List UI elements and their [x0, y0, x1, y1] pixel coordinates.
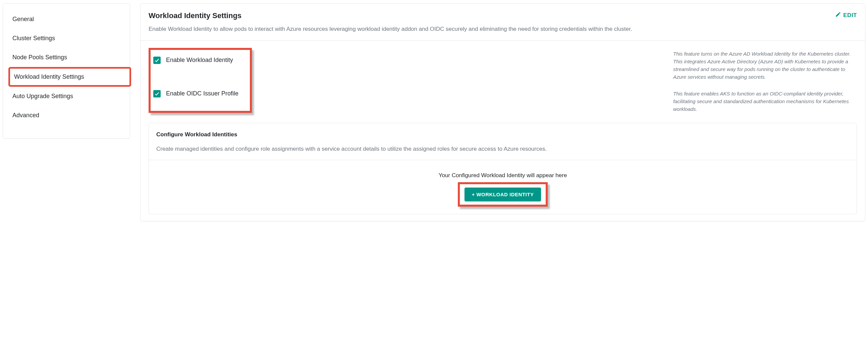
check-icon	[154, 58, 160, 63]
add-workload-identity-button[interactable]: + WORKLOAD IDENTITY	[465, 187, 541, 201]
help-text-oidc: This feature enables AKS to function as …	[673, 90, 854, 113]
highlight-add-workload-identity: + WORKLOAD IDENTITY	[458, 182, 548, 207]
sidebar-item-node-pools-settings[interactable]: Node Pools Settings	[3, 48, 130, 67]
main-panel: Workload Identity Settings EDIT Enable W…	[140, 3, 865, 221]
configure-title: Configure Workload Identities	[156, 131, 849, 138]
sidebar-item-advanced[interactable]: Advanced	[3, 106, 130, 125]
checkbox-enable-workload-identity[interactable]	[153, 57, 161, 64]
sidebar-item-general[interactable]: General	[3, 10, 130, 29]
settings-sidebar: General Cluster Settings Node Pools Sett…	[3, 3, 130, 139]
check-icon	[154, 91, 160, 97]
configure-description: Create managed identities and configure …	[156, 145, 849, 153]
sidebar-item-cluster-settings[interactable]: Cluster Settings	[3, 29, 130, 48]
page-description: Enable Workload Identity to allow pods t…	[141, 25, 650, 40]
sidebar-item-auto-upgrade-settings[interactable]: Auto Upgrade Settings	[3, 87, 130, 106]
sidebar-item-workload-identity-settings[interactable]: Workload Identity Settings	[14, 73, 125, 80]
highlight-sidebar-workload-identity: Workload Identity Settings	[8, 67, 131, 87]
configure-card: Configure Workload Identities Create man…	[149, 123, 857, 214]
checkbox-row-oidc: Enable OIDC Issuer Profile	[153, 89, 239, 99]
checkbox-label-oidc: Enable OIDC Issuer Profile	[166, 90, 239, 97]
page-title: Workload Identity Settings	[149, 11, 242, 20]
edit-button[interactable]: EDIT	[835, 11, 857, 19]
checkbox-enable-oidc[interactable]	[153, 90, 161, 98]
empty-state-text: Your Configured Workload Identity will a…	[156, 172, 849, 179]
highlight-checkbox-group: Enable Workload Identity Enable OIDC Iss…	[149, 48, 252, 113]
checkbox-row-workload-identity: Enable Workload Identity	[153, 55, 239, 65]
pencil-icon	[835, 11, 841, 19]
help-text-workload-identity: This feature turns on the Azure AD Workl…	[673, 50, 854, 81]
checkbox-label-workload-identity: Enable Workload Identity	[166, 57, 233, 64]
edit-label: EDIT	[843, 12, 857, 19]
